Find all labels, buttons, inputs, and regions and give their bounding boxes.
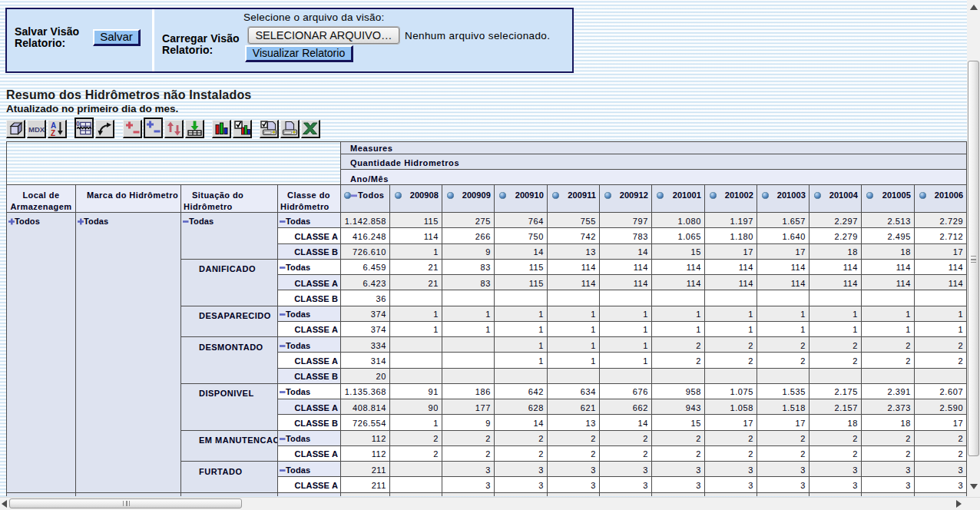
svg-text:0: 0 [76, 120, 80, 128]
svg-text:MDX: MDX [28, 125, 45, 134]
svg-text:Z: Z [51, 129, 55, 137]
